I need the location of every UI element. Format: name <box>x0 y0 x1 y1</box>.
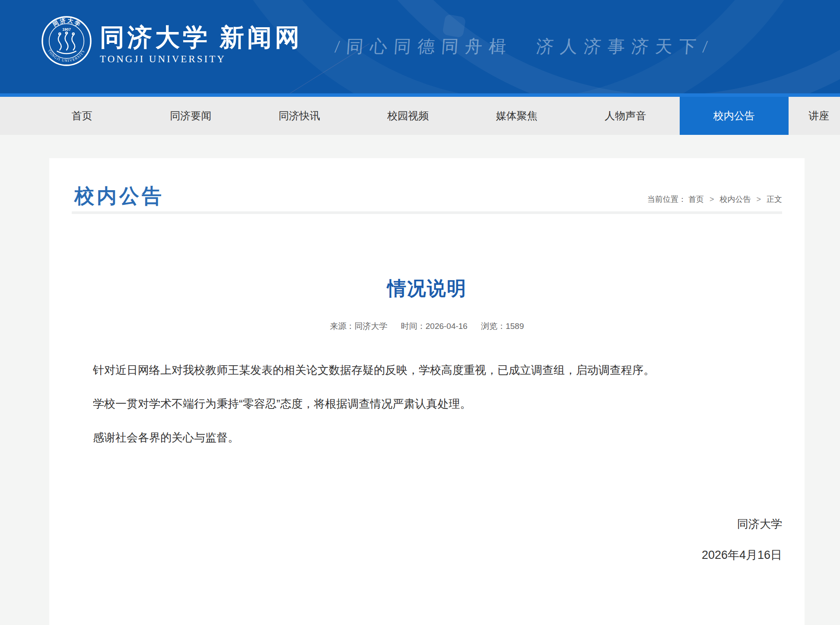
site-title-en: TONGJI UNIVERSITY <box>100 54 302 65</box>
breadcrumb-current: 正文 <box>767 195 782 204</box>
paragraph: 感谢社会各界的关心与监督。 <box>93 430 779 445</box>
meta-views: 浏览：1589 <box>481 322 524 331</box>
article-meta: 来源：同济大学 时间：2026-04-16 浏览：1589 <box>49 320 805 332</box>
signature-name: 同济大学 <box>49 517 782 531</box>
nav-item-home[interactable]: 首页 <box>28 97 137 135</box>
site-title-cn: 同济大学 新闻网 <box>100 25 302 50</box>
section-divider <box>72 211 782 214</box>
nav-item-media-focus[interactable]: 媒体聚焦 <box>462 97 571 135</box>
seal-boat-glyph <box>57 32 76 54</box>
breadcrumb-separator: > <box>710 195 714 204</box>
seal-year: 1907 <box>62 27 71 32</box>
meta-views-label: 浏览： <box>481 322 506 331</box>
main-nav: 首页 同济要闻 同济快讯 校园视频 媒体聚焦 人物声音 校内公告 讲座 <box>0 97 840 135</box>
meta-time: 时间：2026-04-16 <box>401 322 468 331</box>
article: 情况说明 来源：同济大学 时间：2026-04-16 浏览：1589 针对近日网… <box>49 277 805 562</box>
paragraph: 学校一贯对学术不端行为秉持“零容忍”态度，将根据调查情况严肃认真处理。 <box>93 396 779 411</box>
breadcrumb-separator: > <box>756 195 761 204</box>
nav-item-people-voices[interactable]: 人物声音 <box>571 97 680 135</box>
meta-source: 来源：同济大学 <box>330 322 387 331</box>
article-signature: 同济大学 2026年4月16日 <box>49 517 805 562</box>
nav-item-campus-video[interactable]: 校园视频 <box>354 97 463 135</box>
header-slogan: /同心同德同舟楫 济人济事济天下/ <box>334 35 715 58</box>
breadcrumb-section-link[interactable]: 校内公告 <box>719 195 751 204</box>
nav-item-lectures[interactable]: 讲座 <box>765 97 840 135</box>
meta-time-value: 2026-04-16 <box>426 322 468 331</box>
paragraph: 针对近日网络上对我校教师王某发表的相关论文数据存疑的反映，学校高度重视，已成立调… <box>93 363 779 377</box>
nav-item-tongji-express[interactable]: 同济快讯 <box>245 97 354 135</box>
site-logo[interactable]: 同 济 大 学 TONGJI UNIVERSITY 1907 同济大学 新闻网 … <box>41 16 302 67</box>
meta-source-value: 同济大学 <box>354 322 387 331</box>
page-background: 校内公告 当前位置： 首页 > 校内公告 > 正文 情况说明 来源：同济大学 时… <box>0 135 840 625</box>
meta-source-label: 来源： <box>330 322 354 331</box>
tongji-seal-icon: 同 济 大 学 TONGJI UNIVERSITY 1907 <box>41 16 92 67</box>
nav-item-tongji-news[interactable]: 同济要闻 <box>137 97 245 135</box>
signature-date: 2026年4月16日 <box>49 548 782 562</box>
breadcrumb-home-link[interactable]: 首页 <box>688 195 704 204</box>
article-body: 针对近日网络上对我校教师王某发表的相关论文数据存疑的反映，学校高度重视，已成立调… <box>93 363 779 445</box>
section-header: 校内公告 当前位置： 首页 > 校内公告 > 正文 <box>49 158 805 208</box>
page-title: 校内公告 <box>74 185 164 208</box>
site-header: 同 济 大 学 TONGJI UNIVERSITY 1907 同济大学 新闻网 … <box>0 0 840 93</box>
breadcrumb-label: 当前位置： <box>647 195 686 204</box>
meta-views-value: 1589 <box>506 322 524 331</box>
breadcrumb: 当前位置： 首页 > 校内公告 > 正文 <box>647 194 782 204</box>
article-title: 情况说明 <box>49 277 805 300</box>
content-card: 校内公告 当前位置： 首页 > 校内公告 > 正文 情况说明 来源：同济大学 时… <box>49 158 805 625</box>
header-accent-strip <box>0 93 840 97</box>
meta-time-label: 时间： <box>401 322 426 331</box>
